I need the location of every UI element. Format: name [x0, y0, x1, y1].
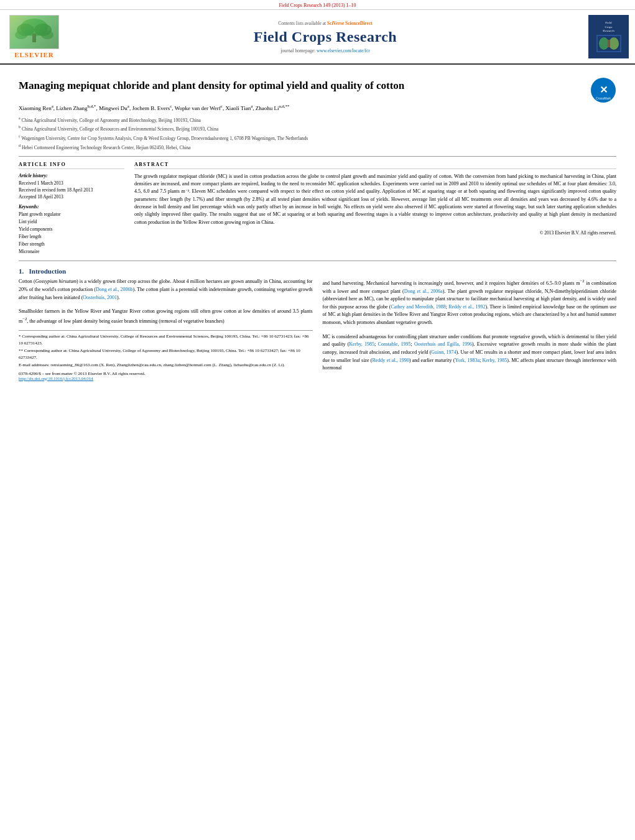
ref-cathey1988[interactable]: Cathey and Meredith, 1988 — [391, 304, 445, 310]
footnote-star1: * Corresponding author at: China Agricul… — [19, 333, 313, 346]
affiliation-b: b China Agricultural University, College… — [19, 124, 616, 132]
homepage-link[interactable]: www.elsevier.com/locate/fcr — [317, 48, 370, 53]
keyword-6: Micronaire — [19, 248, 124, 256]
body-para-1: Cotton (Gossypium hirsutum) is a widely … — [19, 278, 313, 302]
footnote-star2: ** Corresponding author at: China Agricu… — [19, 348, 313, 361]
affiliation-d: d Hebei Cottonseed Engineering Technolog… — [19, 143, 616, 151]
svg-point-6 — [41, 30, 53, 39]
ref-kerby1985b[interactable]: Kerby, 1985 — [482, 358, 507, 363]
elsevier-logo: ELSEVIER — [6, 15, 62, 58]
journal-header: ELSEVIER Contents lists available at Sci… — [0, 10, 635, 65]
authors-line: Xiaoming Rena, Lizhen Zhangb,d,*, Mingwe… — [19, 103, 616, 113]
sciverse-link[interactable]: SciVerse ScienceDirect — [327, 21, 373, 26]
ref-york1983a[interactable]: York, 1983a — [455, 358, 480, 363]
svg-point-2 — [17, 24, 34, 36]
body-col-right: and hand harvesting. Mechanical harvesti… — [323, 278, 617, 381]
body-col-left: Cotton (Gossypium hirsutum) is a widely … — [19, 278, 313, 381]
doi-link[interactable]: http://dx.doi.org/10.1016/j.fcr.2013.04.… — [19, 376, 93, 381]
svg-point-10 — [609, 37, 619, 50]
abstract-heading: ABSTRACT — [134, 162, 616, 169]
title-row: Managing mepiquat chloride and plant den… — [19, 71, 616, 103]
journal-badge: FieldCropsResearch — [588, 15, 629, 58]
keyword-1: Plant growth regulator — [19, 211, 124, 218]
section-1-title: Introduction — [29, 267, 67, 275]
elsevier-wordmark: ELSEVIER — [14, 51, 54, 58]
footnote-emails: E-mail addresses: renxiaoming_86@163.com… — [19, 362, 313, 369]
svg-point-9 — [599, 37, 609, 50]
issn-text: 0378-4290/$ – see front matter © 2013 El… — [19, 371, 313, 376]
svg-rect-11 — [608, 40, 610, 47]
journal-center: Contents lists available at SciVerse Sci… — [68, 15, 582, 58]
copyright-line: © 2013 Elsevier B.V. All rights reserved… — [134, 230, 616, 236]
body-section: 1. Introduction Cotton (Gossypium hirsut… — [19, 267, 616, 381]
svg-point-5 — [15, 30, 27, 39]
abstract-text: The growth regulator mepiquat chloride (… — [134, 173, 616, 227]
homepage-line: journal homepage: www.elsevier.com/locat… — [280, 48, 370, 53]
article-info-col: ARTICLE INFO Article history: Received 1… — [19, 162, 124, 256]
ref-dong2006b[interactable]: Dong et al., 2006b — [96, 287, 133, 292]
svg-rect-0 — [10, 16, 58, 48]
ref-oosterhuis1996[interactable]: Oosterhuis and Egilla, 1996 — [414, 341, 472, 347]
svg-text:✕: ✕ — [600, 85, 608, 95]
footnote-area: * Corresponding author at: China Agricul… — [19, 330, 313, 369]
banner-text: Field Crops Research 149 (2013) 1–10 — [279, 2, 356, 8]
svg-point-3 — [34, 24, 52, 36]
keyword-5: Fiber strength — [19, 241, 124, 248]
keyword-2: Lint yield — [19, 218, 124, 226]
received-date: Received 1 March 2013 — [19, 180, 124, 187]
elsevier-tree-svg — [10, 16, 58, 48]
ref-dong2006a[interactable]: Dong et al., 2006a — [404, 288, 443, 294]
affiliation-a: a China Agricultural University, College… — [19, 116, 616, 124]
keyword-3: Yield components — [19, 226, 124, 233]
sciverse-prefix: Contents lists available at — [278, 21, 327, 26]
body-para-2: Smallholder farmers in the Yellow River … — [19, 308, 313, 325]
sciverse-line: Contents lists available at SciVerse Sci… — [278, 21, 372, 26]
elsevier-image — [9, 15, 59, 49]
ref-oosterhuis2001[interactable]: Oosterhuis, 2001 — [83, 295, 117, 300]
accepted-date: Accepted 18 April 2013 — [19, 193, 124, 200]
divider-1 — [19, 156, 616, 157]
ref-reddy1990[interactable]: Reddy et al., 1990 — [372, 358, 409, 363]
journal-title: Field Crops Research — [254, 29, 397, 45]
main-content: Managing mepiquat chloride and plant den… — [0, 65, 635, 387]
svg-text:CrossMark: CrossMark — [596, 96, 611, 100]
homepage-prefix: journal homepage: — [280, 48, 317, 53]
article-info-abstract: ARTICLE INFO Article history: Received 1… — [19, 162, 616, 256]
ref-reddy1992[interactable]: Reddy et al., 1992 — [448, 304, 485, 310]
section-1-number: 1. — [19, 267, 24, 275]
ref-guinn1974[interactable]: Guinn, 1974 — [431, 349, 456, 355]
affiliation-c: c Wageningen University, Centre for Crop… — [19, 134, 616, 142]
paper-title: Managing mepiquat chloride and plant den… — [19, 78, 404, 93]
body-two-col: Cotton (Gossypium hirsutum) is a widely … — [19, 278, 616, 381]
divider-2 — [19, 261, 616, 261]
article-history-label: Article history: — [19, 173, 124, 178]
svg-rect-4 — [32, 34, 36, 42]
article-info-heading: ARTICLE INFO — [19, 162, 124, 169]
badge-image — [596, 35, 621, 52]
keyword-4: Fiber length — [19, 233, 124, 241]
ref-constable1995[interactable]: Constable, 1995 — [378, 341, 410, 347]
keywords-label: Keywords: — [19, 204, 124, 210]
affiliations: a China Agricultural University, College… — [19, 116, 616, 151]
body-para-3: and hand harvesting. Mechanical harvesti… — [323, 278, 617, 326]
svg-point-1 — [21, 19, 48, 36]
section-1-heading: 1. Introduction — [19, 267, 616, 275]
abstract-col: ABSTRACT The growth regulator mepiquat c… — [134, 162, 616, 256]
journal-banner: Field Crops Research 149 (2013) 1–10 — [0, 0, 635, 10]
ref-kerby1985[interactable]: Kerby, 1985 — [349, 341, 374, 347]
body-para-4: MC is considered advantageous for contro… — [323, 333, 617, 372]
crossmark-logo: ✕ CrossMark — [590, 77, 616, 103]
revised-date: Received in revised form 18 April 2013 — [19, 187, 124, 193]
doi-area: 0378-4290/$ – see front matter © 2013 El… — [19, 371, 313, 381]
